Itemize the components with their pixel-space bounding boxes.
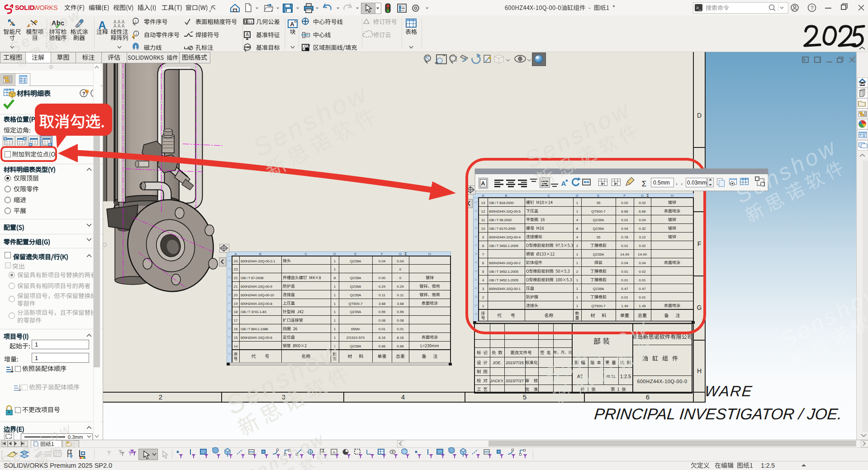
svg-text:23: 23 [228,352,231,355]
svg-text:0.66: 0.66 [397,344,404,348]
svg-text:GB / T 3452.1-2005: GB / T 3452.1-2005 [489,270,518,274]
svg-text:65Mn: 65Mn [351,327,360,331]
svg-text:Q235A: Q235A [350,310,362,314]
svg-text:Σ: Σ [642,180,647,188]
svg-text:>_: >_ [696,5,702,10]
svg-text:JACKY.: JACKY. [490,379,504,383]
svg-text:0.1: 0.1 [247,20,253,24]
svg-text:QT500-7: QT500-7 [348,302,363,306]
svg-text:1: 1 [35,355,38,361]
svg-text:24: 24 [474,304,477,307]
svg-text:0.11: 0.11 [397,293,404,297]
svg-text:0.5mm: 0.5mm [653,180,670,186]
svg-text:1:2.5: 1:2.5 [620,374,631,379]
svg-text:8.16: 8.16 [379,336,386,340]
svg-text:8: 8 [334,276,336,280]
svg-text:Q235A: Q235A [350,285,362,289]
svg-text:0.32: 0.32 [639,227,646,231]
svg-text:0.55: 0.55 [397,310,404,314]
svg-text:16: 16 [474,235,477,238]
svg-text:A: A [246,32,249,37]
svg-text:0.01: 0.01 [621,244,628,248]
svg-text:2: 2 [576,270,579,274]
svg-text:0.08: 0.08 [397,318,404,323]
svg-text:A: A [481,180,485,187]
svg-text:D: D [697,112,702,119]
svg-text:E: E [354,252,356,256]
svg-text:35: 35 [597,201,601,205]
svg-text:0.02: 0.02 [639,201,646,205]
svg-text:15: 15 [228,285,231,287]
svg-text:19: 19 [474,261,477,264]
svg-text:3.68: 3.68 [397,302,404,306]
svg-text:20: 20 [234,293,238,297]
svg-text:?: ? [82,91,85,96]
svg-text:3.12: 3.12 [639,235,646,239]
svg-text:600HZ44X-10Q-00-9: 600HZ44X-10Q-00-9 [241,285,272,289]
svg-text:G: G [697,304,702,311]
svg-text:5: 5 [523,393,526,401]
svg-text:WARE: WARE [704,383,754,399]
svg-text:GB / T 6170-2000: GB / T 6170-2000 [489,227,516,231]
svg-text:Q235A: Q235A [350,259,362,263]
svg-text:0.01: 0.01 [621,218,628,222]
svg-text:ZG310-570: ZG310-570 [346,336,365,340]
svg-text:0.01: 0.01 [621,295,628,299]
svg-text:PRINCIPAL INVESTIGATOR / JOE.: PRINCIPAL INVESTIGATOR / JOE. [593,405,843,423]
svg-text:E: E [597,194,599,198]
svg-text:A: A [332,450,335,455]
svg-text:1: 1 [334,259,336,263]
svg-text:›: › [681,181,683,186]
svg-text:0.04: 0.04 [621,261,628,265]
svg-text:16: 16 [228,293,231,296]
svg-text:GB / T 95-2002: GB / T 95-2002 [489,218,512,222]
svg-text:24: 24 [234,259,238,263]
svg-text:C: C [305,252,308,256]
svg-text:A: A [114,24,117,28]
svg-text:A: A [122,24,125,28]
svg-text:0: 0 [399,267,402,271]
svg-text:0.55: 0.55 [379,310,386,314]
svg-text:22: 22 [474,287,477,290]
svg-text:1: 1 [576,287,579,291]
svg-text:0.01: 0.01 [621,270,628,274]
svg-text:WORKS: WORKS [33,4,57,11]
svg-text:1: 1 [334,327,336,331]
svg-text:600HZ44X-10Q-00-2-1: 600HZ44X-10Q-00-2-1 [241,259,275,263]
svg-text:‹: ‹ [676,181,678,186]
svg-text:0.78: 0.78 [621,235,628,239]
svg-text:35: 35 [597,235,601,239]
svg-text:13: 13 [474,209,477,212]
svg-text:1: 1 [334,285,336,289]
svg-text:0.04: 0.04 [397,259,404,263]
svg-text:0.29: 0.29 [397,285,404,289]
svg-text:0.01: 0.01 [621,278,628,282]
svg-text:13: 13 [481,201,485,205]
svg-text:20: 20 [474,270,477,272]
svg-text:21: 21 [234,285,238,289]
svg-text:B: B [259,252,261,256]
svg-text:600HZ44X-10Q-00-10: 600HZ44X-10Q-00-10 [241,293,275,297]
svg-text:3.68: 3.68 [379,302,386,306]
svg-text:Q235A: Q235A [350,344,362,348]
svg-text:2023/7/25: 2023/7/25 [506,361,524,365]
svg-text:1: 1 [334,267,336,271]
svg-text:1.49: 1.49 [639,304,646,308]
svg-text:0.29: 0.29 [379,285,386,289]
svg-text:GB / T 894.1-1986: GB / T 894.1-1986 [241,327,268,331]
svg-text:1: 1 [576,304,579,308]
svg-text:1: 1 [35,341,38,348]
svg-text:6: 6 [646,393,650,401]
svg-text:15: 15 [474,227,477,229]
svg-text:12: 12 [481,209,485,214]
svg-text:A: A [118,24,121,28]
svg-text:1: 1 [576,252,579,256]
svg-text:1: 1 [576,295,579,299]
svg-text:Q235A: Q235A [593,252,605,256]
svg-text:GB / T 818-2000: GB / T 818-2000 [489,201,514,205]
svg-text:22: 22 [234,276,238,280]
svg-text:QT500-7: QT500-7 [591,304,606,308]
svg-text:GB / T 3452.1-2005: GB / T 3452.1-2005 [489,278,518,282]
svg-text:0.01: 0.01 [397,327,404,331]
svg-text:JOE.: JOE. [493,361,502,365]
